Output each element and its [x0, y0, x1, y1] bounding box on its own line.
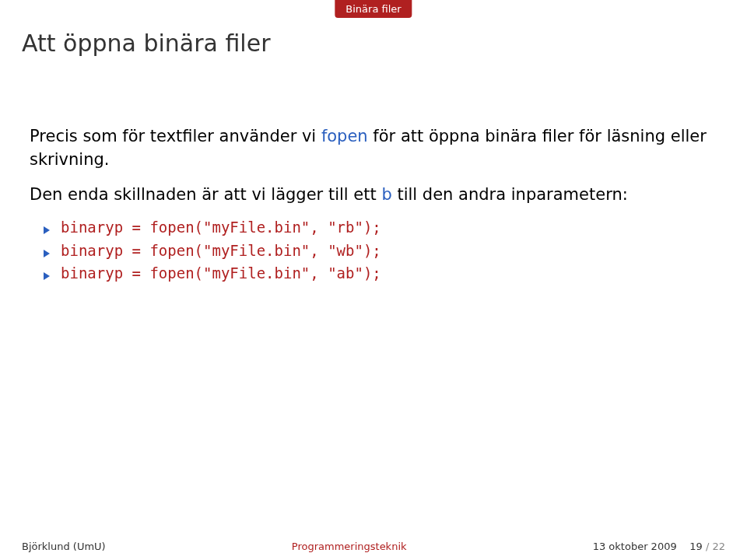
triangle-bullet-icon	[44, 250, 50, 257]
paragraph-1: Precis som för textfiler använder vi fop…	[30, 124, 717, 172]
slide-title: Att öppna binära filer	[22, 30, 270, 57]
footer-page-sep: /	[703, 541, 713, 552]
b-keyword: b	[381, 185, 391, 204]
footer-course: Programmeringsteknik	[292, 541, 407, 552]
fopen-keyword: fopen	[321, 127, 368, 145]
code-line: binaryp = fopen("myFile.bin", "rb");	[61, 217, 381, 239]
code-line: binaryp = fopen("myFile.bin", "wb");	[61, 240, 381, 262]
footer-date: 13 oktober 2009	[593, 541, 677, 552]
code-line: binaryp = fopen("myFile.bin", "ab");	[61, 263, 381, 285]
triangle-bullet-icon	[44, 272, 50, 280]
footer-page-current: 19	[689, 541, 703, 552]
slide-body: Precis som för textfiler använder vi fop…	[30, 124, 717, 286]
para1-pre: Precis som för textfiler använder vi	[30, 127, 321, 145]
section-tab: Binära filer	[335, 0, 412, 18]
footer-right: 13 oktober 2009 19 / 22	[593, 541, 725, 552]
list-item: binaryp = fopen("myFile.bin", "ab");	[30, 263, 717, 285]
footer-author: Björklund (UmU)	[22, 541, 106, 552]
triangle-bullet-icon	[44, 226, 50, 234]
paragraph-2: Den enda skillnaden är att vi lägger til…	[30, 183, 717, 206]
footer-page-total: 22	[712, 541, 725, 552]
list-item: binaryp = fopen("myFile.bin", "wb");	[30, 240, 717, 262]
para2-post: till den andra inparametern:	[392, 185, 628, 204]
footer: Björklund (UmU) Programmeringsteknik 13 …	[0, 541, 747, 552]
para2-pre: Den enda skillnaden är att vi lägger til…	[30, 185, 381, 204]
bullet-list: binaryp = fopen("myFile.bin", "rb"); bin…	[30, 217, 717, 285]
list-item: binaryp = fopen("myFile.bin", "rb");	[30, 217, 717, 239]
